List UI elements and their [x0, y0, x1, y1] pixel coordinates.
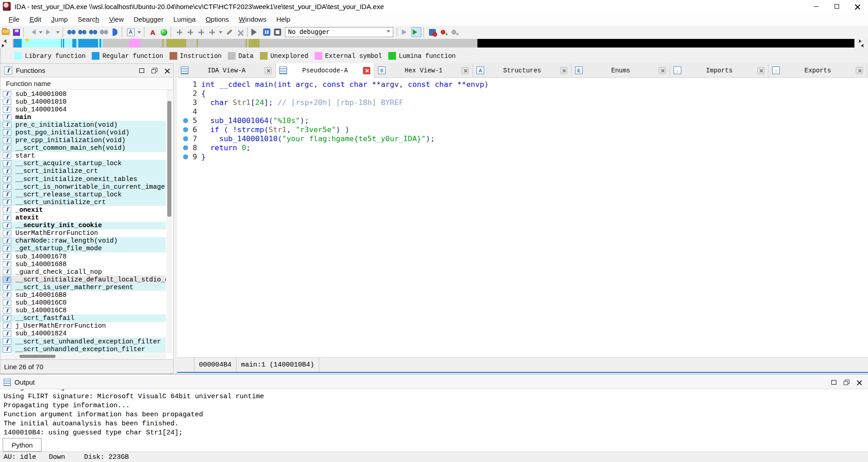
attach-process-button[interactable]	[401, 27, 410, 37]
panel-maximize-button[interactable]	[135, 65, 148, 76]
function-row[interactable]: fmain	[0, 113, 166, 121]
tab-close-icon[interactable]	[757, 67, 764, 74]
menu-file[interactable]: File	[4, 14, 24, 24]
panel-float-button[interactable]	[840, 377, 853, 388]
function-row[interactable]: fcharNode::raw_length(void)	[0, 237, 166, 245]
navigation-band[interactable]	[13, 39, 854, 48]
function-row[interactable]: fsub_140001008	[0, 90, 166, 98]
function-row[interactable]: f__scrt_acquire_startup_lock	[0, 160, 166, 167]
menu-jump[interactable]: Jump	[46, 14, 73, 24]
mark-problem-button[interactable]: A	[148, 27, 158, 37]
function-row[interactable]: f__scrt_initialize_onexit_tables	[0, 175, 166, 183]
function-row[interactable]: f__scrt_is_user_matherr_present	[0, 283, 166, 291]
function-row[interactable]: fsub_140001824	[0, 330, 166, 338]
lumina-button[interactable]	[159, 27, 169, 37]
code-line[interactable]: 2{	[177, 89, 868, 98]
tab-hex-view[interactable]: 0Hex View-1	[374, 63, 473, 78]
menu-options[interactable]: Options	[201, 14, 234, 24]
scrollbar-thumb[interactable]	[19, 355, 56, 358]
tab-exports[interactable]: ↑Exports	[769, 63, 867, 78]
panel-maximize-button[interactable]	[827, 377, 840, 388]
tab-close-icon[interactable]	[462, 67, 469, 74]
function-row[interactable]: f__scrt_release_startup_lock	[0, 191, 166, 198]
make-code-button[interactable]	[175, 27, 184, 37]
horizontal-scrollbar[interactable]	[0, 353, 166, 359]
function-row[interactable]: fUserMathErrorFunction	[0, 229, 166, 237]
tab-close-icon[interactable]	[363, 67, 370, 74]
tab-pseudocode[interactable]: Pseudocode-A	[276, 63, 374, 78]
code-line[interactable]: 4	[177, 107, 868, 116]
function-row[interactable]: f__scrt_initialize_default_local_stdio_o…	[0, 276, 166, 283]
code-line[interactable]: 5 sub_140001064("%10s");	[177, 116, 868, 125]
code-line[interactable]: 3 char Str1[24]; // [rsp+20h] [rbp-18h] …	[177, 98, 868, 107]
jump-to-address-button[interactable]	[66, 27, 76, 37]
tab-structures[interactable]: AStructures	[473, 63, 571, 78]
tab-close-icon[interactable]	[659, 67, 666, 74]
code-line[interactable]: 6 if ( !strcmp(Str1, "r3ver5e") )	[177, 125, 868, 134]
code-line[interactable]: 7 sub_140001010("your flag:hgame{te5t_y0…	[177, 134, 868, 143]
function-row[interactable]: fsub_140001010	[0, 98, 166, 105]
tab-close-icon[interactable]	[264, 67, 272, 74]
jump-to-segment-button[interactable]	[88, 27, 98, 37]
function-row[interactable]: f__scrt_unhandled_exception_filter	[0, 345, 166, 353]
maximize-button[interactable]	[826, 0, 847, 13]
menu-search[interactable]: Search	[73, 14, 104, 24]
function-row[interactable]: f_guard_check_icall_nop	[0, 268, 166, 276]
tab-enums[interactable]: EEnums	[571, 63, 670, 78]
make-string-button[interactable]	[196, 27, 206, 37]
function-row[interactable]: fatexit	[0, 214, 166, 222]
function-row[interactable]: f__scrt_initialize_crt	[0, 167, 166, 175]
tab-close-icon[interactable]	[856, 67, 863, 74]
python-tab[interactable]: Python	[3, 438, 42, 452]
function-row[interactable]: f_get_startup_file_mode	[0, 245, 166, 252]
code-line[interactable]: 1int __cdecl main(int argc, const char *…	[177, 80, 868, 89]
search-button[interactable]	[99, 27, 109, 37]
navigate-forward-dropdown[interactable]	[55, 27, 61, 37]
close-button[interactable]	[847, 0, 868, 13]
pseudocode-view[interactable]: 1int __cdecl main(int argc, const char *…	[177, 78, 868, 357]
menu-lumina[interactable]: Lumina	[168, 14, 200, 24]
function-row[interactable]: fsub_140001688	[0, 260, 166, 268]
menu-help[interactable]: Help	[271, 14, 295, 24]
start-process-button[interactable]	[251, 27, 261, 37]
function-row[interactable]: fsub_140001678	[0, 252, 166, 260]
panel-close-button[interactable]	[853, 377, 865, 388]
minimize-button[interactable]	[806, 0, 826, 13]
continue-process-button[interactable]	[411, 27, 421, 37]
function-row[interactable]: fj_UserMathErrorFunction	[0, 322, 166, 330]
code-line[interactable]: 8 return 0;	[177, 143, 868, 152]
make-data-button[interactable]	[185, 27, 195, 37]
output-log[interactable]: Using FLIRT signature: Microsoft VisualC…	[0, 389, 868, 437]
function-row[interactable]: f__security_init_cookie	[0, 222, 166, 229]
function-name-column-header[interactable]: Function name	[0, 77, 173, 90]
navband-left-arrows[interactable]	[0, 38, 6, 48]
function-row[interactable]: f__scrt_is_nonwritable_in_current_image	[0, 183, 166, 191]
make-array-dropdown[interactable]	[218, 27, 223, 37]
tab-imports[interactable]: ↓Imports	[670, 63, 769, 78]
function-row[interactable]: f__scrt_set_unhandled_exception_filter	[0, 338, 166, 345]
vertical-scrollbar[interactable]	[166, 90, 172, 353]
function-row[interactable]: f__scrt_uninitialize_crt	[0, 198, 166, 206]
add-breakpoint-button[interactable]: +	[438, 27, 448, 37]
menu-edit[interactable]: Edit	[24, 14, 46, 24]
function-row[interactable]: fsub_140001064	[0, 105, 166, 113]
navigate-back-button[interactable]	[27, 27, 37, 37]
text-view-button[interactable]: A	[126, 27, 136, 37]
make-array-button[interactable]	[207, 27, 217, 37]
panel-close-button[interactable]	[160, 65, 173, 76]
delete-breakpoint-button[interactable]: ×	[449, 27, 459, 37]
save-button[interactable]	[11, 27, 21, 37]
function-row[interactable]: fstart	[0, 152, 166, 160]
tab-close-icon[interactable]	[560, 67, 567, 74]
function-row[interactable]: fsub_1400016C8	[0, 307, 166, 314]
jump-to-name-button[interactable]	[77, 27, 87, 37]
function-row[interactable]: fpre_c_initialization(void)	[0, 121, 166, 129]
code-line[interactable]: 9}	[177, 152, 868, 161]
panel-float-button[interactable]	[148, 65, 160, 76]
function-row[interactable]: fpre_cpp_initialization(void)	[0, 137, 166, 144]
edit-function-button[interactable]	[224, 27, 234, 37]
function-row[interactable]: f__scrt_common_main_seh(void)	[0, 144, 166, 152]
function-row[interactable]: f_onexit	[0, 206, 166, 214]
menu-windows[interactable]: Windows	[234, 14, 271, 24]
tab-ida-view[interactable]: IDA View-A	[177, 63, 276, 78]
